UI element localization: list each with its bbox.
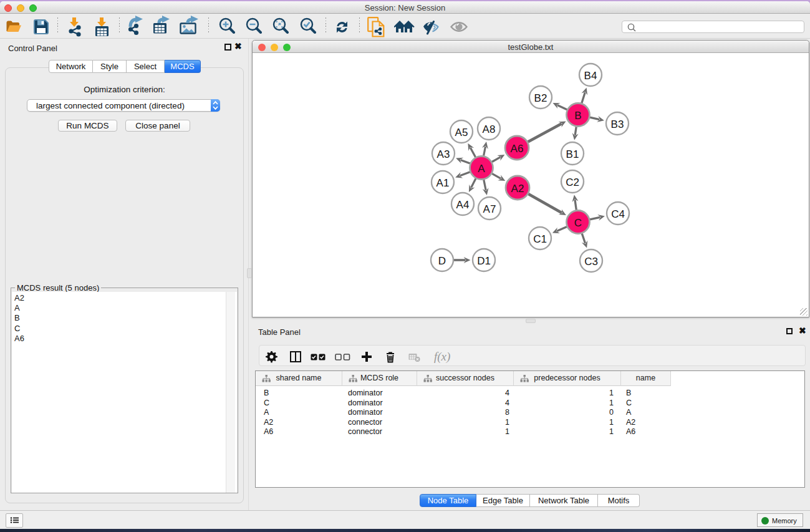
- svg-text:D: D: [438, 255, 446, 267]
- svg-text:C: C: [574, 217, 582, 229]
- svg-text:B: B: [574, 110, 581, 122]
- svg-text:A1: A1: [436, 177, 450, 189]
- svg-text:A8: A8: [483, 123, 496, 135]
- svg-text:A2: A2: [511, 183, 524, 195]
- svg-text:B1: B1: [566, 148, 579, 160]
- svg-text:A5: A5: [455, 127, 468, 138]
- svg-text:A4: A4: [456, 199, 470, 211]
- svg-text:C1: C1: [533, 233, 547, 245]
- svg-text:B2: B2: [534, 92, 547, 104]
- svg-text:B3: B3: [611, 118, 624, 130]
- svg-text:B4: B4: [584, 70, 597, 82]
- svg-text:C2: C2: [566, 177, 579, 188]
- svg-text:D1: D1: [477, 255, 491, 267]
- svg-text:C4: C4: [611, 208, 625, 220]
- svg-text:A3: A3: [437, 148, 450, 160]
- svg-text:A7: A7: [483, 203, 496, 215]
- svg-text:C3: C3: [584, 256, 598, 268]
- svg-text:A: A: [478, 163, 485, 175]
- svg-text:A6: A6: [511, 143, 524, 155]
